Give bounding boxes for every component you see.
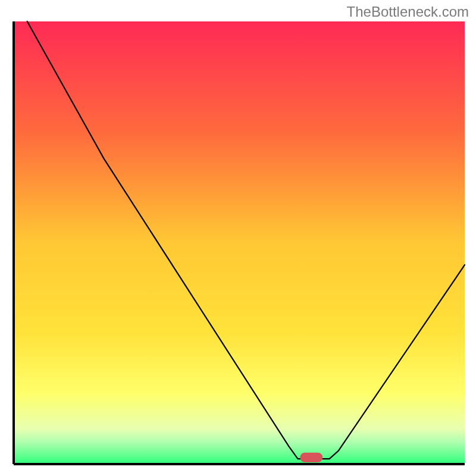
chart-container: TheBottleneck.com (0, 0, 476, 476)
watermark-text: TheBottleneck.com (347, 4, 469, 20)
bottleneck-chart (0, 0, 476, 476)
svg-rect-1 (300, 453, 322, 462)
svg-rect-0 (14, 21, 465, 464)
